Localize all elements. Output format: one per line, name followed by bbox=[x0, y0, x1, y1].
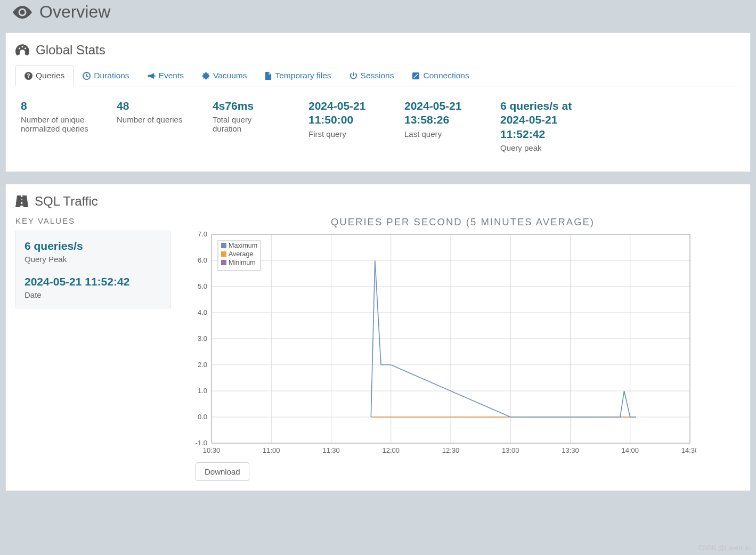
key-values-card: 6 queries/s Query Peak 2024-05-21 11:52:… bbox=[15, 231, 171, 308]
key-values-heading: KEY VALUES bbox=[15, 216, 171, 225]
chart-title: QUERIES PER SECOND (5 MINUTES AVERAGE) bbox=[185, 216, 741, 228]
stat-label: Total query duration bbox=[213, 115, 282, 133]
svg-rect-47 bbox=[221, 260, 226, 265]
svg-text:3.0: 3.0 bbox=[198, 334, 207, 342]
svg-text:10:30: 10:30 bbox=[203, 446, 221, 454]
clock-icon bbox=[83, 72, 91, 80]
kv-date: 2024-05-21 11:52:42 Date bbox=[25, 275, 162, 299]
svg-rect-43 bbox=[221, 243, 226, 248]
svg-text:14:30: 14:30 bbox=[681, 446, 696, 454]
svg-text:11:00: 11:00 bbox=[263, 446, 280, 454]
eye-icon bbox=[13, 5, 32, 19]
download-button[interactable]: Download bbox=[196, 462, 249, 481]
svg-text:5.0: 5.0 bbox=[198, 282, 207, 290]
stat-num-queries: 48 Number of queries bbox=[117, 99, 213, 152]
stat-label: Number of queries bbox=[117, 115, 186, 124]
svg-text:Maximum: Maximum bbox=[229, 242, 257, 249]
question-icon: ? bbox=[25, 72, 32, 80]
stat-value: 6 queries/s at 2024-05-21 11:52:42 bbox=[500, 99, 580, 141]
svg-rect-45 bbox=[221, 251, 226, 257]
stat-value: 4s76ms bbox=[213, 99, 282, 113]
road-icon bbox=[15, 195, 28, 207]
tab-durations[interactable]: Durations bbox=[74, 65, 138, 86]
sql-traffic-title: SQL Traffic bbox=[15, 194, 741, 209]
tab-label: Vacuums bbox=[213, 71, 247, 80]
tab-label: Events bbox=[159, 71, 184, 80]
tab-queries[interactable]: ? Queries bbox=[15, 65, 74, 86]
tab-sessions[interactable]: Sessions bbox=[340, 65, 403, 86]
svg-text:0.0: 0.0 bbox=[198, 413, 207, 421]
page-title: Overview bbox=[5, 0, 751, 32]
dashboard-icon bbox=[15, 44, 29, 56]
tab-temporary-files[interactable]: Temporary files bbox=[256, 65, 340, 86]
tab-label: Durations bbox=[94, 71, 129, 80]
stat-label: Last query bbox=[404, 129, 474, 138]
svg-text:Minimum: Minimum bbox=[229, 259, 256, 266]
key-values-section: KEY VALUES 6 queries/s Query Peak 2024-0… bbox=[15, 216, 171, 308]
kv-value: 6 queries/s bbox=[25, 240, 162, 252]
kv-label: Date bbox=[25, 290, 162, 299]
tab-vacuums[interactable]: Vacuums bbox=[193, 65, 256, 86]
stats-row: 8 Number of unique normalized queries 48… bbox=[15, 99, 741, 162]
kv-query-peak: 6 queries/s Query Peak bbox=[25, 240, 162, 264]
stat-value: 2024-05-21 11:50:00 bbox=[308, 99, 378, 127]
stat-total-duration: 4s76ms Total query duration bbox=[213, 99, 308, 152]
stat-label: First query bbox=[308, 129, 378, 138]
tab-connections[interactable]: Connections bbox=[403, 65, 478, 86]
svg-text:4.0: 4.0 bbox=[198, 308, 207, 316]
qps-chart: -1.00.01.02.03.04.05.06.07.010:3011:0011… bbox=[185, 230, 696, 459]
kv-label: Query Peak bbox=[25, 255, 162, 264]
kv-value: 2024-05-21 11:52:42 bbox=[25, 275, 162, 288]
svg-text:14:00: 14:00 bbox=[621, 446, 639, 454]
stat-label: Number of unique normalized queries bbox=[21, 115, 90, 133]
tab-label: Queries bbox=[36, 71, 64, 80]
file-icon bbox=[265, 72, 272, 80]
svg-text:?: ? bbox=[27, 73, 30, 79]
sql-traffic-title-text: SQL Traffic bbox=[35, 194, 98, 209]
power-icon bbox=[349, 72, 357, 80]
stat-value: 2024-05-21 13:58:26 bbox=[404, 99, 474, 127]
stat-label: Query peak bbox=[500, 143, 580, 152]
stat-first-query: 2024-05-21 11:50:00 First query bbox=[308, 99, 404, 152]
global-stats-panel: Global Stats ? Queries Durations Events … bbox=[5, 32, 751, 172]
svg-text:13:00: 13:00 bbox=[502, 446, 519, 454]
global-stats-tabs: ? Queries Durations Events Vacuums bbox=[15, 65, 741, 86]
tab-label: Temporary files bbox=[275, 71, 331, 80]
svg-text:6.0: 6.0 bbox=[198, 256, 207, 264]
svg-text:-1.0: -1.0 bbox=[196, 439, 207, 447]
stat-last-query: 2024-05-21 13:58:26 Last query bbox=[404, 99, 500, 152]
svg-text:11:30: 11:30 bbox=[322, 446, 340, 454]
tab-label: Sessions bbox=[361, 71, 394, 80]
link-icon bbox=[412, 72, 420, 80]
sql-traffic-panel: SQL Traffic KEY VALUES 6 queries/s Query… bbox=[5, 184, 751, 491]
svg-text:12:00: 12:00 bbox=[382, 446, 400, 454]
svg-text:13:30: 13:30 bbox=[562, 446, 579, 454]
global-stats-title-text: Global Stats bbox=[36, 43, 105, 58]
svg-text:7.0: 7.0 bbox=[198, 230, 207, 238]
tab-label: Connections bbox=[423, 71, 469, 80]
svg-text:12:30: 12:30 bbox=[442, 446, 460, 454]
tab-events[interactable]: Events bbox=[139, 65, 193, 86]
svg-text:2.0: 2.0 bbox=[198, 361, 207, 369]
stat-value: 48 bbox=[117, 99, 186, 113]
chart-area: QUERIES PER SECOND (5 MINUTES AVERAGE) -… bbox=[185, 216, 741, 481]
svg-text:1.0: 1.0 bbox=[198, 387, 207, 395]
svg-text:Average: Average bbox=[229, 250, 253, 258]
stat-query-peak: 6 queries/s at 2024-05-21 11:52:42 Query… bbox=[500, 99, 607, 152]
stat-value: 8 bbox=[21, 99, 90, 113]
page-title-text: Overview bbox=[39, 2, 110, 22]
stat-unique-queries: 8 Number of unique normalized queries bbox=[21, 99, 117, 152]
gear-icon bbox=[202, 72, 210, 80]
global-stats-title: Global Stats bbox=[15, 43, 741, 58]
bullhorn-icon bbox=[148, 72, 156, 80]
